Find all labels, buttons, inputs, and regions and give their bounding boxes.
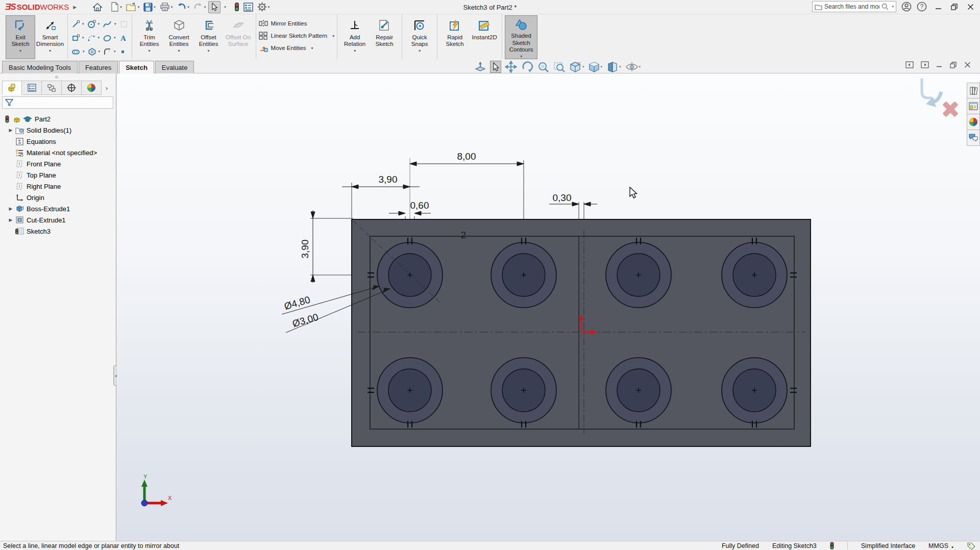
tags-icon[interactable]: [967, 542, 976, 549]
tree-item-origin[interactable]: Origin: [0, 192, 115, 203]
home-button[interactable]: [91, 1, 104, 13]
fillet-caret[interactable]: ▾: [114, 49, 116, 54]
instant2d-button[interactable]: Instant2D: [470, 15, 499, 59]
dim-diameter-4-80[interactable]: Ø4,80: [283, 294, 311, 312]
redo-button[interactable]: ▾: [192, 1, 208, 13]
tree-item-part2[interactable]: Part2: [0, 113, 115, 124]
arc-tool[interactable]: [86, 33, 97, 43]
tree-item-boss-extrude1[interactable]: ▶ Boss-Extrude1: [0, 203, 115, 214]
search-caret[interactable]: ▾: [892, 5, 894, 9]
open-caret[interactable]: ▾: [138, 5, 140, 9]
section-view-button[interactable]: ▾: [606, 61, 622, 73]
smart-dimension-caret[interactable]: ▾: [49, 48, 51, 53]
tree-item-equations[interactable]: Σ Equations: [0, 136, 115, 147]
spline-tool[interactable]: [102, 19, 113, 29]
slot-caret[interactable]: ▾: [83, 49, 85, 54]
print-button[interactable]: ▾: [158, 1, 175, 13]
dim-0-60[interactable]: 0,60: [410, 200, 429, 211]
repair-sketch-button[interactable]: Repair Sketch: [370, 15, 399, 59]
performance-button[interactable]: [233, 1, 241, 13]
rotate-view-button[interactable]: [521, 60, 534, 73]
circle-caret[interactable]: ▾: [98, 22, 100, 26]
section-view-caret[interactable]: ▾: [619, 65, 621, 69]
tree-item-material[interactable]: Material <not specified>: [0, 147, 115, 158]
display-style-button[interactable]: ▾: [588, 61, 603, 73]
3d-content-central-tab[interactable]: [967, 114, 980, 130]
offset-on-surface-button[interactable]: Offset On Surface: [224, 15, 253, 59]
linear-pattern-caret[interactable]: ▾: [332, 34, 334, 38]
help-icon[interactable]: ?: [917, 2, 927, 12]
zoom-to-fit-button[interactable]: [537, 61, 550, 73]
tab-features[interactable]: Features: [79, 61, 118, 73]
fillet-tool[interactable]: [102, 47, 113, 57]
pattern-count-label[interactable]: 2: [461, 230, 467, 240]
sketch-picture-tool[interactable]: [118, 19, 129, 29]
search-input[interactable]: Search files and models: [824, 3, 879, 10]
move-entities-button[interactable]: Move Entities ▾: [259, 43, 335, 53]
view-orientation-caret[interactable]: ▾: [582, 65, 584, 69]
line-caret[interactable]: ▾: [82, 22, 84, 26]
text-tool[interactable]: A: [118, 33, 129, 43]
confirm-exit-sketch-icon[interactable]: [922, 79, 941, 107]
offset-caret[interactable]: ▾: [208, 48, 210, 53]
status-traffic-light-icon[interactable]: [830, 542, 834, 549]
polygon-tool[interactable]: [87, 47, 97, 57]
display-style-caret[interactable]: ▾: [601, 65, 603, 69]
new-document-button[interactable]: ▾: [109, 1, 124, 13]
expand-arrow-icon[interactable]: ▶: [7, 128, 14, 133]
user-account-icon[interactable]: [901, 2, 912, 12]
tree-item-cut-extrude1[interactable]: ▶ Cut-Extrude1: [0, 214, 115, 226]
normal-to-button[interactable]: [474, 61, 487, 73]
circle-tool[interactable]: [86, 19, 97, 29]
tree-filter-bar[interactable]: [2, 96, 113, 109]
select-tool-caret-button[interactable]: ▾: [222, 1, 228, 13]
design-library-tab[interactable]: [967, 83, 980, 98]
rectangle-caret[interactable]: ▾: [82, 36, 84, 40]
slot-tool[interactable]: [70, 47, 82, 56]
exit-sketch-caret[interactable]: ▾: [19, 48, 21, 53]
quick-snaps-caret[interactable]: ▾: [419, 48, 421, 53]
settings-caret[interactable]: ▾: [268, 5, 270, 9]
trim-caret[interactable]: ▾: [149, 48, 151, 53]
smart-dimension-button[interactable]: Smart Dimension ▾: [35, 15, 65, 59]
tree-item-sketch3[interactable]: Sketch3: [0, 226, 115, 237]
tab-basic-modeling-tools[interactable]: Basic Modeling Tools: [2, 61, 78, 73]
menu-flyout-arrow-icon[interactable]: ▶: [73, 5, 77, 10]
tab-display-manager[interactable]: [82, 81, 102, 95]
graphics-area[interactable]: 8,00 3,90 0,60 0,30 3,90 Ø4,80 Ø3,00 2: [117, 73, 980, 541]
units-selector[interactable]: MMGS▴: [928, 542, 953, 549]
eye-caret[interactable]: ▾: [639, 65, 641, 69]
line-tool[interactable]: [70, 19, 81, 29]
mirror-entities-button[interactable]: Mirror Entities: [259, 18, 335, 29]
hide-show-items-button[interactable]: ▾: [625, 61, 642, 72]
dim-diameter-3-00[interactable]: Ø3,00: [291, 312, 320, 329]
restore-button[interactable]: [951, 4, 958, 10]
move-entities-caret[interactable]: ▾: [311, 46, 313, 51]
tab-property-manager[interactable]: [22, 81, 42, 95]
pan-button[interactable]: [504, 60, 518, 73]
doc-close-button[interactable]: [964, 62, 971, 68]
expand-arrow-icon[interactable]: ▶: [7, 217, 14, 222]
dim-8-00[interactable]: 8,00: [457, 151, 476, 162]
pane-left-icon[interactable]: [905, 61, 914, 68]
point-tool[interactable]: [118, 47, 128, 56]
interface-mode[interactable]: Simplified Interface: [861, 542, 915, 549]
options-list-button[interactable]: [242, 1, 255, 13]
zoom-to-area-button[interactable]: [553, 61, 566, 73]
convert-caret[interactable]: ▾: [178, 48, 180, 53]
shaded-sketch-contours-button[interactable]: Shaded Sketch Contours ▾: [505, 15, 537, 59]
redo-caret[interactable]: ▾: [204, 5, 206, 9]
comments-tab[interactable]: [967, 130, 980, 146]
ellipse-caret[interactable]: ▾: [114, 36, 116, 40]
dim-0-30[interactable]: 0,30: [553, 192, 572, 203]
dim-3-90-horizontal[interactable]: 3,90: [379, 174, 398, 185]
exit-sketch-button[interactable]: Exit Sketch ▾: [6, 15, 35, 59]
tab-dimxpert-manager[interactable]: [62, 81, 82, 95]
undo-button[interactable]: ▾: [175, 1, 191, 13]
select-tool-button[interactable]: [208, 1, 220, 13]
panel-collapse-dot[interactable]: [55, 76, 58, 79]
quick-snaps-button[interactable]: Quick Snaps ▾: [405, 15, 434, 59]
open-button[interactable]: ▾: [125, 1, 141, 13]
tree-item-front-plane[interactable]: Front Plane: [0, 158, 115, 169]
tab-sketch[interactable]: Sketch: [119, 61, 154, 73]
